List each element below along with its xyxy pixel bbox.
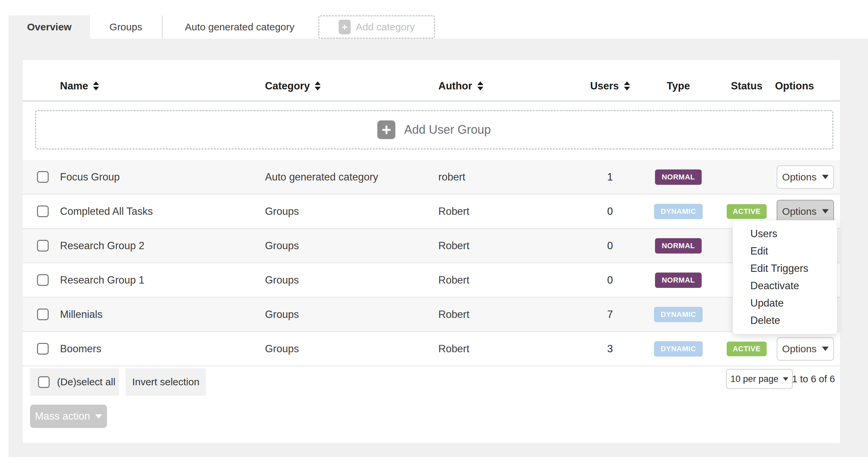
type-badge: NORMAL bbox=[655, 170, 702, 185]
type-badge: NORMAL bbox=[655, 238, 702, 254]
group-category: Groups bbox=[265, 205, 299, 218]
cell-checkbox bbox=[23, 171, 60, 183]
cell-checkbox bbox=[23, 205, 60, 217]
table-row: Research Group 1 Groups Robert 0 NORMAL … bbox=[23, 263, 840, 297]
tab-overview[interactable]: Overview bbox=[9, 16, 90, 39]
group-name: Focus Group bbox=[60, 171, 120, 183]
header-label: Author bbox=[438, 80, 472, 92]
tab-label: Groups bbox=[109, 21, 142, 33]
cell-options: Options bbox=[772, 200, 840, 223]
table-body: Focus Group Auto generated category robe… bbox=[23, 160, 840, 366]
sort-icon bbox=[93, 81, 99, 90]
row-checkbox[interactable] bbox=[37, 240, 49, 252]
caret-down-icon bbox=[822, 209, 829, 213]
cell-author: Robert bbox=[438, 205, 585, 218]
add-user-group-row: + Add User Group bbox=[23, 110, 840, 160]
header-type: Type bbox=[635, 60, 722, 100]
row-checkbox[interactable] bbox=[37, 343, 49, 355]
deselect-all-checkbox[interactable] bbox=[38, 376, 50, 388]
mass-action-button[interactable]: Mass action bbox=[30, 405, 107, 428]
options-button-label: Options bbox=[782, 171, 816, 183]
row-checkbox[interactable] bbox=[37, 274, 49, 286]
header-label: Category bbox=[265, 80, 310, 92]
cell-checkbox bbox=[23, 309, 60, 320]
tab-label: Overview bbox=[27, 21, 71, 33]
deselect-all-button[interactable]: (De)select all bbox=[30, 368, 119, 396]
per-page-select[interactable]: 10 per page bbox=[726, 369, 793, 389]
type-badge: DYNAMIC bbox=[654, 341, 703, 356]
sort-icon bbox=[477, 81, 483, 90]
caret-down-icon bbox=[822, 347, 829, 351]
group-author: Robert bbox=[438, 343, 469, 355]
tab-label: Auto generated category bbox=[185, 21, 294, 33]
header-name[interactable]: Name bbox=[60, 60, 265, 100]
group-author: Robert bbox=[438, 309, 469, 321]
group-category: Auto generated category bbox=[265, 171, 378, 183]
caret-down-icon bbox=[95, 414, 102, 418]
cell-type: NORMAL bbox=[635, 272, 722, 288]
cell-category: Groups bbox=[265, 274, 438, 286]
cell-options: Options bbox=[772, 337, 840, 360]
add-user-group-button[interactable]: + Add User Group bbox=[35, 110, 833, 149]
status-badge: ACTIVE bbox=[727, 204, 767, 219]
per-page-label: 10 per page bbox=[730, 374, 778, 384]
row-checkbox[interactable] bbox=[37, 205, 49, 217]
tab-label: Add category bbox=[356, 21, 415, 33]
group-category: Groups bbox=[265, 274, 299, 286]
options-button[interactable]: Options bbox=[777, 200, 834, 223]
options-button-label: Options bbox=[782, 343, 816, 355]
row-checkbox[interactable] bbox=[37, 309, 49, 320]
caret-down-icon bbox=[822, 175, 829, 179]
tab-groups[interactable]: Groups bbox=[90, 16, 162, 39]
group-users-count: 0 bbox=[607, 274, 613, 286]
add-category-tab[interactable]: + Add category bbox=[318, 16, 435, 39]
type-badge: DYNAMIC bbox=[654, 307, 703, 322]
table-row: Millenials Groups Robert 7 DYNAMIC Optio… bbox=[23, 297, 840, 332]
group-category: Groups bbox=[265, 240, 299, 252]
options-menu-item[interactable]: Users bbox=[733, 225, 837, 242]
cell-status: ACTIVE bbox=[722, 204, 772, 219]
deselect-all-label: (De)select all bbox=[57, 376, 115, 387]
cell-author: Robert bbox=[438, 240, 585, 252]
header-label: Options bbox=[775, 80, 814, 92]
options-menu-item[interactable]: Delete bbox=[733, 312, 837, 329]
options-menu-item[interactable]: Edit bbox=[733, 242, 837, 260]
sort-icon bbox=[624, 81, 630, 90]
options-button[interactable]: Options bbox=[777, 166, 834, 189]
cell-options: Options bbox=[772, 166, 840, 189]
cell-category: Groups bbox=[265, 309, 438, 321]
table-header: Name Category Author Users Type Status O… bbox=[23, 60, 840, 102]
header-author[interactable]: Author bbox=[438, 60, 585, 100]
row-checkbox[interactable] bbox=[37, 171, 49, 183]
group-category: Groups bbox=[265, 343, 299, 355]
group-author: Robert bbox=[438, 274, 469, 286]
options-button[interactable]: Options bbox=[777, 337, 834, 360]
group-users-count: 0 bbox=[607, 240, 613, 252]
caret-down-icon bbox=[783, 377, 788, 381]
tab-auto-generated-category[interactable]: Auto generated category bbox=[162, 16, 317, 39]
invert-selection-button[interactable]: Invert selection bbox=[126, 368, 206, 396]
plus-icon: + bbox=[339, 20, 351, 34]
cell-type: NORMAL bbox=[635, 238, 722, 254]
table-row: Boomers Groups Robert 3 DYNAMIC ACTIVE O… bbox=[23, 332, 840, 366]
cell-type: DYNAMIC bbox=[635, 204, 722, 219]
header-label: Name bbox=[60, 80, 88, 92]
group-users-count: 1 bbox=[607, 171, 613, 183]
cell-category: Groups bbox=[265, 205, 438, 218]
header-label: Status bbox=[731, 80, 763, 92]
options-menu-item[interactable]: Edit Triggers bbox=[733, 260, 837, 277]
header-status: Status bbox=[722, 60, 772, 100]
group-name: Boomers bbox=[60, 343, 101, 355]
header-label: Type bbox=[666, 80, 690, 92]
group-author: Robert bbox=[438, 240, 469, 252]
options-menu-item[interactable]: Update bbox=[733, 294, 837, 312]
invert-selection-label: Invert selection bbox=[132, 376, 200, 387]
options-menu-item[interactable]: Deactivate bbox=[733, 277, 837, 294]
pagination-range-label: 1 to 6 of 6 bbox=[792, 374, 835, 385]
header-category[interactable]: Category bbox=[265, 60, 438, 100]
options-button-label: Options bbox=[782, 206, 816, 217]
cell-users: 7 bbox=[585, 309, 635, 321]
header-options: Options bbox=[772, 60, 840, 100]
group-users-count: 7 bbox=[607, 309, 613, 321]
header-users[interactable]: Users bbox=[585, 60, 635, 100]
